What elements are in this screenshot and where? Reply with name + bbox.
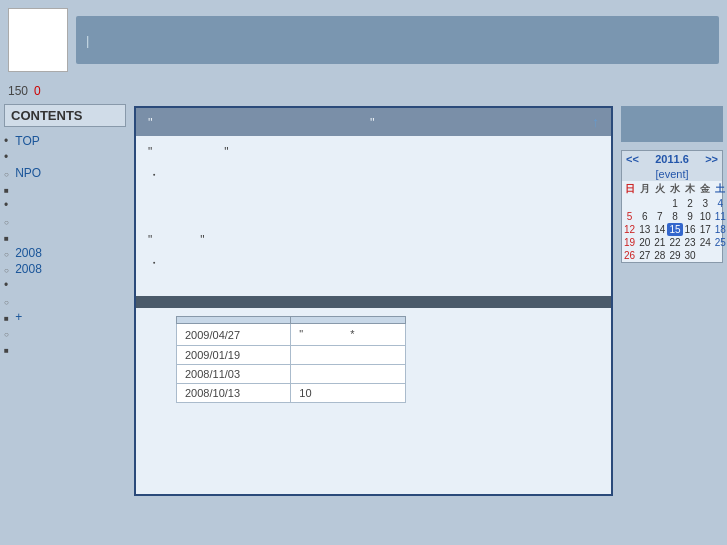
- calendar-day[interactable]: 24: [698, 236, 713, 249]
- calendar-weekday: 日: [622, 181, 637, 197]
- calendar-day[interactable]: 4: [713, 197, 727, 210]
- calendar-day[interactable]: 26: [622, 249, 637, 262]
- bullet-icon: •: [4, 134, 8, 148]
- calendar-box: << 2011.6 >> [event] 日月火水木金土 12345678910…: [621, 150, 723, 263]
- calendar-grid: 日月火水木金土 12345678910111213141516171819202…: [622, 181, 727, 262]
- calendar-day[interactable]: 3: [698, 197, 713, 210]
- bullet-icon: •: [4, 198, 8, 212]
- sub-header: 150 0: [0, 80, 727, 102]
- contents-label: CONTENTS: [11, 108, 83, 123]
- calendar-day[interactable]: 27: [637, 249, 652, 262]
- contents-box: CONTENTS: [4, 104, 126, 127]
- calendar-day[interactable]: 6: [637, 210, 652, 223]
- body-note2: ・: [148, 255, 599, 272]
- table-cell-date: 2008/11/03: [177, 365, 291, 384]
- circle-bullet-icon: ○: [4, 218, 9, 227]
- circle-bullet-icon: ○: [4, 330, 9, 339]
- list-item: •: [4, 277, 126, 293]
- data-table: 2009/04/27" *2009/01/19 2008/11/03 2008/…: [176, 316, 406, 403]
- body-note: ・: [148, 167, 599, 184]
- left-sidebar: CONTENTS • TOP • ○ NPO ■ • ○: [0, 102, 130, 545]
- table-header-date: [177, 317, 291, 324]
- sidebar-item-2008a[interactable]: 2008: [15, 246, 42, 260]
- calendar-day[interactable]: 2: [683, 197, 698, 210]
- calendar-day[interactable]: 20: [637, 236, 652, 249]
- calendar-day: [637, 197, 652, 210]
- table-cell-date: 2008/10/13: [177, 384, 291, 403]
- calendar-weekday: 金: [698, 181, 713, 197]
- calendar-day[interactable]: 13: [637, 223, 652, 236]
- calendar-nav: << 2011.6 >>: [622, 151, 722, 167]
- content-header-middle: ": [370, 115, 375, 130]
- square-bullet-icon: ■: [4, 186, 9, 195]
- calendar-day[interactable]: 28: [652, 249, 667, 262]
- calendar-day[interactable]: 8: [667, 210, 682, 223]
- header-bar-text: |: [86, 33, 89, 48]
- sidebar-item-npo[interactable]: NPO: [15, 166, 41, 180]
- circle-bullet-icon: ○: [4, 170, 9, 179]
- calendar-day: [713, 249, 727, 262]
- right-top-box: [621, 106, 723, 142]
- calendar-day[interactable]: 7: [652, 210, 667, 223]
- calendar-next-arrow[interactable]: >>: [705, 153, 718, 165]
- body-text1: " ": [148, 144, 599, 161]
- calendar-day[interactable]: 25: [713, 236, 727, 249]
- calendar-day[interactable]: 11: [713, 210, 727, 223]
- calendar-day[interactable]: 1: [667, 197, 682, 210]
- calendar-weekday: 月: [637, 181, 652, 197]
- calendar-day[interactable]: 16: [683, 223, 698, 236]
- calendar-day: [698, 249, 713, 262]
- calendar-day[interactable]: 15: [667, 223, 682, 236]
- calendar-title: 2011.6: [655, 153, 689, 165]
- table-cell-date: 2009/01/19: [177, 346, 291, 365]
- section-header: [136, 296, 611, 308]
- calendar-event-link: [event]: [622, 167, 722, 181]
- calendar-day[interactable]: 10: [698, 210, 713, 223]
- calendar-day[interactable]: 30: [683, 249, 698, 262]
- calendar-event-anchor[interactable]: [event]: [655, 168, 688, 180]
- list-item: •: [4, 197, 126, 213]
- content-box: " " ↑ " " ・ " " ・: [134, 106, 613, 496]
- calendar-day[interactable]: 23: [683, 236, 698, 249]
- sidebar-item-top[interactable]: TOP: [15, 134, 39, 148]
- calendar-day[interactable]: 12: [622, 223, 637, 236]
- right-sidebar: << 2011.6 >> [event] 日月火水木金土 12345678910…: [617, 102, 727, 545]
- calendar-day[interactable]: 18: [713, 223, 727, 236]
- table-cell-info: [291, 365, 406, 384]
- table-area: 2009/04/27" *2009/01/19 2008/11/03 2008/…: [136, 308, 611, 411]
- calendar-day[interactable]: 17: [698, 223, 713, 236]
- body-text2: " ": [148, 232, 599, 249]
- table-header-col2: [291, 317, 406, 324]
- list-item: ○ 2008: [4, 245, 126, 261]
- calendar-day[interactable]: 22: [667, 236, 682, 249]
- sidebar-item-2008b[interactable]: 2008: [15, 262, 42, 276]
- sidebar-item-plus[interactable]: +: [15, 310, 22, 324]
- calendar-prev-arrow[interactable]: <<: [626, 153, 639, 165]
- table-cell-info: " *: [291, 324, 406, 346]
- list-item: ○: [4, 325, 126, 341]
- calendar-day[interactable]: 14: [652, 223, 667, 236]
- calendar-day[interactable]: 29: [667, 249, 682, 262]
- calendar-weekday: 木: [683, 181, 698, 197]
- calendar-day: [652, 197, 667, 210]
- square-bullet-icon: ■: [4, 346, 9, 355]
- calendar-weekday: 土: [713, 181, 727, 197]
- bullet-icon: •: [4, 278, 8, 292]
- list-item: • TOP: [4, 133, 126, 149]
- content-area: " " ↑ " " ・ " " ・: [130, 102, 617, 545]
- sub-header-count: 150: [8, 84, 28, 98]
- list-item: ■: [4, 181, 126, 197]
- list-item: ■: [4, 341, 126, 357]
- calendar-weekday: 火: [652, 181, 667, 197]
- circle-bullet-icon: ○: [4, 250, 9, 259]
- calendar-day[interactable]: 9: [683, 210, 698, 223]
- calendar-day[interactable]: 5: [622, 210, 637, 223]
- header-logo: [8, 8, 68, 72]
- square-bullet-icon: ■: [4, 314, 9, 323]
- calendar-day[interactable]: 21: [652, 236, 667, 249]
- table-cell-info: 10: [291, 384, 406, 403]
- sub-header-zero: 0: [34, 84, 41, 98]
- calendar-day[interactable]: 19: [622, 236, 637, 249]
- list-item: •: [4, 149, 126, 165]
- circle-bullet-icon: ○: [4, 266, 9, 275]
